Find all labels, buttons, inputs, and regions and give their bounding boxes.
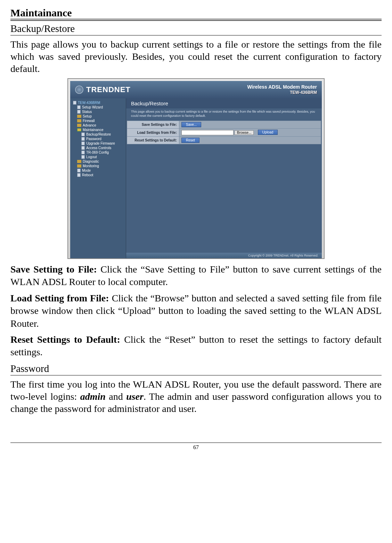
section-password: Password: [10, 362, 382, 375]
folder-icon: [77, 164, 81, 168]
nav-label: Firewall: [83, 119, 95, 123]
page-icon: [81, 137, 85, 141]
brand-text: TRENDNET: [86, 85, 131, 94]
nav-advance[interactable]: Advance: [72, 123, 124, 128]
nav-reboot[interactable]: Reboot: [72, 173, 124, 177]
nav-backup-restore[interactable]: Backup/Restore: [72, 132, 124, 137]
reset-label: Reset Settings to Default:: [127, 137, 179, 144]
nav-root-label: TEW-436BRM: [78, 101, 100, 105]
file-input[interactable]: [181, 130, 234, 135]
nav-label: Reboot: [82, 173, 93, 177]
reset-button[interactable]: Reset: [181, 138, 199, 143]
page-icon: [81, 132, 85, 136]
reset-lead: Reset Settings to Default:: [10, 334, 124, 345]
brand: TRENDNET: [75, 85, 131, 94]
nav-setup-wizard[interactable]: Setup Wizard: [72, 105, 124, 110]
nav-maintainance[interactable]: Maintainance: [72, 128, 124, 132]
nav-label: Monitoring: [83, 164, 99, 168]
model-block: Wireless ADSL Modem Router TEW-436BRM: [247, 84, 317, 96]
copyright: Copyright © 2009 TRENDnet. All Rights Re…: [126, 253, 322, 258]
main-panel: Backup/Restore This page allows you to b…: [126, 98, 322, 258]
nav-label: TR-069 Config: [86, 151, 109, 154]
nav-label: Password: [86, 137, 101, 141]
router-screenshot: TRENDNET Wireless ADSL Modem Router TEW-…: [67, 78, 325, 259]
nav-label: Advance: [83, 123, 96, 127]
nav-label: Diagnostic: [83, 160, 99, 163]
nav-upgrade-firmware[interactable]: Upgrade Firmware: [72, 141, 124, 146]
pw-user: user: [126, 391, 144, 402]
page-icon: [81, 141, 85, 145]
device-icon: [73, 101, 76, 105]
load-lead: Load Setting from File:: [10, 293, 112, 303]
router-header: TRENDNET Wireless ADSL Modem Router TEW-…: [70, 81, 322, 98]
pw-admin: admin: [80, 391, 106, 402]
nav-mode[interactable]: Mode: [72, 168, 124, 173]
folder-icon: [77, 115, 81, 118]
nav-root[interactable]: TEW-436BRM: [72, 100, 124, 105]
section-backup-restore: Backup/Restore: [10, 22, 382, 35]
folder-icon: [77, 160, 81, 163]
panel-title: Backup/Restore: [126, 98, 322, 108]
pw-and: and: [106, 391, 126, 402]
save-button[interactable]: Save...: [181, 122, 201, 127]
folder-open-icon: [77, 128, 81, 131]
password-desc: The first time you log into the WLAN ADS…: [10, 378, 382, 415]
nav-label: Access Controls: [86, 146, 111, 150]
nav-logout[interactable]: Logout: [72, 155, 124, 159]
nav-tr069[interactable]: TR-069 Config: [72, 150, 124, 155]
nav-label: Logout: [86, 155, 97, 159]
model-main: Wireless ADSL Modem Router: [247, 84, 317, 90]
nav-label: Mode: [82, 169, 91, 172]
nav-setup[interactable]: Setup: [72, 114, 124, 119]
page-icon: [77, 169, 81, 172]
panel-note: This page allows you to backup current s…: [126, 108, 322, 121]
nav-sidebar: TEW-436BRM Setup Wizard Status Setup Fir…: [70, 98, 126, 258]
reset-setting-desc: Reset Settings to Default: Click the “Re…: [10, 333, 382, 359]
folder-icon: [77, 124, 81, 127]
nav-label: Setup: [83, 114, 92, 118]
load-setting-desc: Load Setting from File: Click the “Brows…: [10, 292, 382, 330]
nav-status[interactable]: Status: [72, 110, 124, 114]
nav-label: Maintainance: [83, 128, 103, 132]
intro-text: This page allows you to backup current s…: [10, 38, 382, 75]
page-icon: [77, 173, 81, 177]
nav-access-controls[interactable]: Access Controls: [72, 146, 124, 150]
nav-label: Setup Wizard: [82, 105, 103, 109]
nav-diagnostic[interactable]: Diagnostic: [72, 159, 124, 164]
load-label: Load Settings from File:: [127, 129, 179, 137]
page-icon: [81, 151, 85, 154]
nav-password[interactable]: Password: [72, 137, 124, 141]
page-number: 67: [10, 443, 382, 451]
model-sub: TEW-436BRM: [247, 90, 317, 96]
page-icon: [77, 105, 81, 109]
settings-table: Save Settings to File: Save... Load Sett…: [127, 121, 321, 144]
nav-monitoring[interactable]: Monitoring: [72, 164, 124, 168]
page-title: Maintainance: [10, 7, 382, 19]
nav-firewall[interactable]: Firewall: [72, 119, 124, 123]
nav-label: Backup/Restore: [86, 132, 111, 136]
upload-button[interactable]: Upload: [258, 130, 278, 135]
nav-label: Upgrade Firmware: [86, 141, 115, 145]
page-icon: [81, 146, 85, 150]
save-setting-desc: Save Setting to File: Click the “Save Se…: [10, 263, 382, 289]
page-icon: [77, 110, 81, 114]
page-icon: [81, 155, 85, 159]
save-lead: Save Setting to File:: [10, 264, 100, 275]
browse-button[interactable]: Browse...: [235, 130, 254, 135]
brand-logo-icon: [75, 86, 83, 94]
folder-icon: [77, 119, 81, 122]
nav-label: Status: [82, 110, 92, 114]
save-label: Save Settings to File:: [127, 121, 179, 129]
